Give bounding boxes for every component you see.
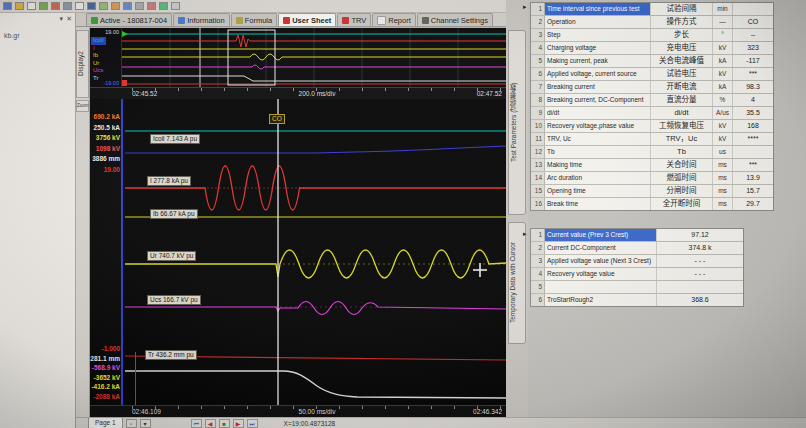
param-cn-cell: Tb <box>651 146 713 158</box>
channel-item-ucs[interactable]: Ucs <box>91 67 106 75</box>
next-record-button[interactable]: ▶ <box>233 419 244 428</box>
copy-icon[interactable] <box>87 2 96 10</box>
first-record-button[interactable]: ⏮ <box>191 419 202 428</box>
param-name-cell[interactable]: Break time <box>545 198 651 210</box>
param-name-cell[interactable]: di/dt <box>545 107 651 119</box>
table-row[interactable]: 9 di/dt di/dt A/us 35.5 <box>531 107 773 120</box>
last-record-button[interactable]: ⏭ <box>247 419 258 428</box>
zoom-tool-icon[interactable] <box>123 2 132 10</box>
preview-icon[interactable] <box>75 2 84 10</box>
tab-display2[interactable]: Display2 <box>76 30 89 98</box>
save-icon[interactable] <box>3 2 12 10</box>
param-name-cell[interactable]: Applied voltage, current source <box>545 68 651 80</box>
table-row[interactable]: 7 Breaking current 开断电流 kA 98.3 <box>531 81 773 94</box>
tab-zoom[interactable]: Zoom <box>76 100 89 112</box>
table-row[interactable]: 2 Operation 操作方式 — CO <box>531 16 773 29</box>
param-name-cell[interactable]: Charging voltage <box>545 42 651 54</box>
export-icon[interactable] <box>51 2 60 10</box>
calibrate-icon[interactable] <box>147 2 156 10</box>
cursor-name-cell[interactable] <box>545 281 657 293</box>
trigger-marker-icon <box>122 80 127 86</box>
grid-icon[interactable] <box>135 2 144 10</box>
tab-report[interactable]: Report <box>372 13 416 26</box>
param-name-cell[interactable]: TRV, Uc <box>545 133 651 145</box>
prev-record-button[interactable]: ◀ <box>205 419 216 428</box>
trace-label-i[interactable]: I 277.8 kA pu <box>147 176 191 186</box>
channel-item-icoil[interactable]: Icoil <box>91 37 106 45</box>
overview-waveform-chart[interactable] <box>122 28 506 87</box>
param-name-cell[interactable]: Operation <box>545 16 651 28</box>
param-unit-cell: kV <box>713 42 733 54</box>
channel-item-ur[interactable]: Ur <box>91 60 106 68</box>
page-menu-button[interactable]: ▾ <box>140 419 151 428</box>
tab-trv[interactable]: TRV <box>337 13 371 26</box>
trace-label-ib[interactable]: Ib 66.67 kA pu <box>150 209 198 219</box>
param-name-cell[interactable]: Making time <box>545 159 651 171</box>
row-number: 4 <box>531 268 545 280</box>
table-row[interactable]: 8 Breaking current, DC-Component 直流分量 % … <box>531 94 773 107</box>
param-name-cell[interactable]: Opening time <box>545 185 651 197</box>
table-row[interactable]: 4 Charging voltage 充电电压 kV 323 <box>531 42 773 55</box>
tab-channel-settings[interactable]: Channel Settings <box>417 13 493 26</box>
param-unit-cell: ms <box>713 159 733 171</box>
cursor-name-cell[interactable]: Current value (Prev 3 Crest) <box>545 229 657 241</box>
table-row[interactable]: 14 Arc duration 燃弧时间 ms 13.9 <box>531 172 773 185</box>
param-name-cell[interactable]: Breaking current, DC-Component <box>545 94 651 106</box>
table-row[interactable]: 5 <box>531 281 743 294</box>
paste-icon[interactable] <box>99 2 108 10</box>
chart-icon[interactable] <box>111 2 120 10</box>
table-row[interactable]: 15 Opening time 分闸时间 ms 15.7 <box>531 185 773 198</box>
table-row[interactable]: 3 Step 步长 ° -- <box>531 29 773 42</box>
import-icon[interactable] <box>39 2 48 10</box>
page-tab[interactable]: Page 1 <box>88 418 123 428</box>
param-name-cell[interactable]: Breaking current <box>545 81 651 93</box>
stop-button[interactable]: ■ <box>219 419 230 428</box>
table-row[interactable]: 2 Current DC-Component 374.8 k <box>531 242 743 255</box>
event-marker-co[interactable]: CO <box>269 114 285 124</box>
table-row[interactable]: 4 Recovery voltage value - - - <box>531 268 743 281</box>
help-icon[interactable] <box>171 2 180 10</box>
new-page-button[interactable]: ▫ <box>126 419 137 428</box>
param-name-cell[interactable]: Arc duration <box>545 172 651 184</box>
pin-icon[interactable]: ▾ <box>60 15 64 23</box>
trace-label-ur[interactable]: Ur 740.7 kV pu <box>147 251 196 261</box>
settings-icon[interactable] <box>159 2 168 10</box>
table-row[interactable]: 6 Applied voltage, current source 试验电压 k… <box>531 68 773 81</box>
table-row[interactable]: 1 Current value (Prev 3 Crest) 97.12 <box>531 229 743 242</box>
param-name-cell[interactable]: Step <box>545 29 651 41</box>
table-row[interactable]: 3 Applied voltage value (Next 3 Crest) -… <box>531 255 743 268</box>
table-row[interactable]: 12 Tb Tb us <box>531 146 773 159</box>
table-row[interactable]: 16 Break time 全开断时间 ms 29.7 <box>531 198 773 210</box>
channel-item-ib[interactable]: Ib <box>91 52 106 60</box>
param-name-cell[interactable]: Tb <box>545 146 651 158</box>
cursor-name-cell[interactable]: TroStartRough2 <box>545 294 657 306</box>
table-row[interactable]: 5 Making current, peak 关合电流峰值 kA -117 <box>531 55 773 68</box>
new-sheet-icon[interactable] <box>27 2 36 10</box>
channel-item-i[interactable]: I <box>91 45 106 53</box>
trace-label-icoil[interactable]: Icoil 7.143 A pu <box>150 134 200 144</box>
dock-item-label[interactable]: kb.gr <box>0 24 75 47</box>
cursor-name-cell[interactable]: Current DC-Component <box>545 242 657 254</box>
table-row[interactable]: 13 Making time 关合时间 ms *** <box>531 159 773 172</box>
tr-cursor-handle[interactable] <box>135 352 136 405</box>
table-row[interactable]: 10 Recovery voltage,phase value 工频恢复电压 k… <box>531 120 773 133</box>
close-icon[interactable]: ✕ <box>66 15 72 23</box>
cursor-name-cell[interactable]: Applied voltage value (Next 3 Crest) <box>545 255 657 267</box>
trace-label-tr[interactable]: Tr 436.2 mm pu <box>145 350 197 360</box>
tab-temporary-data-cursor[interactable]: Temporary Data with Cursor <box>508 222 526 344</box>
tab-active-test[interactable]: Active - 180817-004 <box>86 13 172 26</box>
param-name-cell[interactable]: Time interval since previous test <box>545 3 651 15</box>
table-row[interactable]: 1 Time interval since previous test 试验间隔… <box>531 3 773 16</box>
tab-user-sheet[interactable]: User Sheet <box>278 13 336 26</box>
tab-test-parameters[interactable]: Test Parameters (试验参数) <box>508 30 526 215</box>
param-name-cell[interactable]: Recovery voltage,phase value <box>545 120 651 132</box>
tab-formula[interactable]: Formula <box>231 13 278 26</box>
open-icon[interactable] <box>15 2 24 10</box>
tab-information[interactable]: Information <box>173 13 230 26</box>
cursor-name-cell[interactable]: Recovery voltage value <box>545 268 657 280</box>
print-icon[interactable] <box>63 2 72 10</box>
trace-label-ucs[interactable]: Ucs 166.7 kV pu <box>147 295 201 305</box>
table-row[interactable]: 6 TroStartRough2 368.6 <box>531 294 743 306</box>
param-name-cell[interactable]: Making current, peak <box>545 55 651 67</box>
table-row[interactable]: 11 TRV, Uc TRV，Uc kV **** <box>531 133 773 146</box>
